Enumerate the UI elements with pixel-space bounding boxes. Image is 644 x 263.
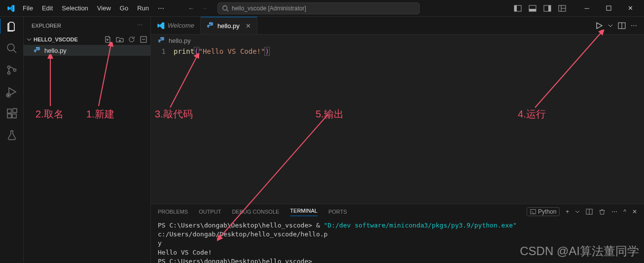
svg-point-24 bbox=[209, 23, 210, 23]
svg-point-12 bbox=[7, 44, 14, 51]
window-close-icon[interactable]: ✕ bbox=[619, 0, 641, 17]
layout-primary-icon[interactable] bbox=[512, 2, 524, 14]
panel-tab-problems[interactable]: PROBLEMS bbox=[158, 209, 188, 215]
terminal-icon bbox=[530, 209, 536, 215]
activity-extensions-icon[interactable] bbox=[6, 108, 18, 119]
vscode-tab-icon bbox=[157, 22, 165, 30]
editor-area: Welcome hello.py ✕ ⋯ hello.py 1 print("H… bbox=[151, 17, 644, 263]
svg-point-15 bbox=[7, 72, 10, 75]
menu-selection[interactable]: Selection bbox=[58, 2, 92, 14]
panel-tab-output[interactable]: OUTPUT bbox=[199, 209, 221, 215]
folder-header[interactable]: HELLO_VSCODE bbox=[24, 34, 150, 45]
tab-file-label: hello.py bbox=[217, 22, 240, 30]
explorer-sidebar: EXPLORER ⋯ HELLO_VSCODE hello.py bbox=[24, 17, 151, 263]
svg-rect-3 bbox=[514, 5, 517, 11]
minimap[interactable] bbox=[601, 46, 644, 204]
activity-debug-icon[interactable] bbox=[6, 86, 18, 98]
folder-name: HELLO_VSCODE bbox=[34, 37, 78, 42]
panel-close-icon[interactable]: ✕ bbox=[632, 208, 637, 215]
svg-point-23 bbox=[36, 47, 36, 48]
breadcrumb-file: hello.py bbox=[169, 37, 191, 44]
svg-marker-25 bbox=[597, 23, 602, 29]
file-name: hello.py bbox=[44, 47, 67, 54]
svg-rect-5 bbox=[529, 9, 536, 11]
run-dropdown-icon[interactable] bbox=[608, 23, 613, 28]
svg-rect-21 bbox=[12, 114, 16, 118]
menu-go[interactable]: Go bbox=[116, 2, 132, 14]
panel-tab-debug[interactable]: DEBUG CONSOLE bbox=[232, 209, 279, 215]
nav-back-icon[interactable]: ← bbox=[188, 4, 194, 12]
layout-right-icon[interactable] bbox=[541, 2, 553, 14]
tab-close-icon[interactable]: ✕ bbox=[246, 22, 251, 30]
menu-run[interactable]: Run bbox=[133, 2, 153, 14]
menu-bar: File Edit Selection View Go Run ⋯ bbox=[19, 2, 168, 14]
terminal-split-icon[interactable] bbox=[586, 208, 593, 215]
terminal-shell-selector[interactable]: Python bbox=[527, 207, 560, 216]
nav-arrows: ← → bbox=[188, 4, 208, 12]
layout-bottom-icon[interactable] bbox=[527, 2, 538, 14]
editor-tabs: Welcome hello.py ✕ ⋯ bbox=[151, 17, 644, 35]
panel-more-icon[interactable]: ⋯ bbox=[611, 208, 617, 215]
vscode-logo-icon bbox=[7, 4, 15, 12]
breadcrumb[interactable]: hello.py bbox=[151, 35, 644, 46]
python-file-icon bbox=[34, 46, 41, 54]
svg-line-1 bbox=[227, 9, 229, 11]
panel-tab-terminal[interactable]: TERMINAL bbox=[290, 208, 318, 216]
activity-testing-icon[interactable] bbox=[6, 129, 18, 141]
activity-bar bbox=[0, 17, 24, 263]
tab-hello-py[interactable]: hello.py ✕ bbox=[201, 17, 257, 34]
menu-file[interactable]: File bbox=[19, 2, 37, 14]
tab-welcome[interactable]: Welcome bbox=[151, 17, 201, 34]
explorer-title: EXPLORER bbox=[32, 23, 61, 29]
title-bar: File Edit Selection View Go Run ⋯ ← → he… bbox=[0, 0, 644, 17]
svg-rect-19 bbox=[7, 109, 11, 113]
svg-rect-22 bbox=[13, 109, 17, 113]
window-maximize-icon[interactable] bbox=[598, 0, 619, 17]
svg-rect-20 bbox=[7, 114, 11, 118]
layout-customize-icon[interactable] bbox=[556, 2, 568, 14]
activity-explorer-icon[interactable] bbox=[6, 21, 18, 33]
terminal-body[interactable]: PS C:\Users\dongab\Desktop\hello_vscode>… bbox=[151, 219, 644, 263]
editor-more-icon[interactable]: ⋯ bbox=[631, 22, 637, 29]
menu-more-icon[interactable]: ⋯ bbox=[154, 2, 168, 14]
code-editor[interactable]: 1 print("Hello VS Code!") bbox=[151, 46, 644, 204]
new-folder-icon[interactable] bbox=[116, 36, 124, 43]
menu-edit[interactable]: Edit bbox=[38, 2, 57, 14]
svg-rect-11 bbox=[607, 6, 611, 10]
collapse-icon[interactable] bbox=[140, 36, 147, 43]
svg-rect-7 bbox=[548, 5, 551, 11]
search-icon bbox=[222, 5, 229, 12]
terminal-new-icon[interactable]: + bbox=[566, 208, 569, 215]
python-crumb-icon bbox=[158, 37, 166, 44]
run-icon[interactable] bbox=[595, 22, 603, 30]
explorer-more-icon[interactable]: ⋯ bbox=[137, 22, 143, 29]
file-item-hello-py[interactable]: hello.py bbox=[24, 45, 150, 56]
line-number: 1 bbox=[151, 47, 174, 204]
bottom-panel: PROBLEMS OUTPUT DEBUG CONSOLE TERMINAL P… bbox=[151, 204, 644, 263]
command-center[interactable]: hello_vscode [Administrator] bbox=[217, 2, 420, 14]
svg-point-16 bbox=[13, 69, 16, 72]
search-text: hello_vscode [Administrator] bbox=[232, 5, 306, 12]
split-editor-icon[interactable] bbox=[618, 22, 626, 30]
tab-welcome-label: Welcome bbox=[168, 22, 194, 29]
activity-search-icon[interactable] bbox=[6, 42, 18, 54]
new-file-icon[interactable] bbox=[104, 36, 112, 43]
window-minimize-icon[interactable]: ─ bbox=[576, 0, 598, 17]
python-tab-icon bbox=[207, 22, 215, 30]
svg-point-0 bbox=[223, 5, 227, 10]
svg-point-14 bbox=[7, 66, 10, 69]
terminal-kill-icon[interactable] bbox=[599, 208, 606, 215]
chevron-down-icon bbox=[27, 37, 32, 42]
activity-scm-icon[interactable] bbox=[6, 64, 18, 76]
svg-line-13 bbox=[13, 50, 16, 53]
code-line-1: print("Hello VS Code!") bbox=[174, 47, 269, 204]
panel-tab-ports[interactable]: PORTS bbox=[328, 209, 347, 215]
panel-maximize-icon[interactable]: ^ bbox=[623, 208, 626, 215]
terminal-dropdown-icon[interactable] bbox=[575, 209, 580, 214]
nav-forward-icon[interactable]: → bbox=[201, 4, 208, 12]
refresh-icon[interactable] bbox=[128, 36, 136, 43]
menu-view[interactable]: View bbox=[93, 2, 115, 14]
